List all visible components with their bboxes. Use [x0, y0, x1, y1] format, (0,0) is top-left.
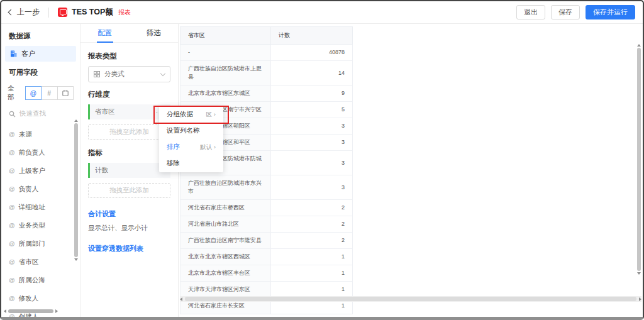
- drill-through-link[interactable]: 设置穿透数据列表: [88, 244, 170, 253]
- scroll-right-icon[interactable]: [55, 309, 58, 313]
- table-row[interactable]: 广西壮族自治区防城港市上思县 14: [180, 61, 353, 86]
- field-item[interactable]: @ 前负责人: [1, 143, 80, 162]
- report-type-badge: 报表: [118, 8, 131, 17]
- context-menu-item[interactable]: 移除: [159, 155, 223, 172]
- sidebar-vertical-scrollbar[interactable]: [74, 119, 79, 306]
- text-field-type-icon: @: [9, 149, 15, 156]
- scroll-right-icon[interactable]: [639, 297, 641, 301]
- table-row[interactable]: 河北省唐山市路北区 2: [180, 216, 353, 233]
- table-row[interactable]: 北京市北京市辖区丰台区 1: [180, 265, 353, 282]
- menu-item-label: 设置列名称: [167, 126, 200, 135]
- metric-value: 计数: [95, 166, 108, 175]
- field-item[interactable]: @ 所属公海: [1, 271, 80, 289]
- text-field-type-icon: @: [9, 222, 15, 229]
- text-field-type-icon: @: [9, 131, 15, 138]
- building-icon: [9, 50, 18, 58]
- scroll-down-icon[interactable]: [637, 272, 641, 275]
- field-label: 负责人: [19, 185, 39, 194]
- region-cell: 北京市北京市辖区丰台区: [180, 265, 271, 282]
- datasource-item-customer[interactable]: 客户: [5, 46, 76, 62]
- scroll-up-icon[interactable]: [637, 44, 641, 47]
- exit-button[interactable]: 退出: [516, 5, 545, 19]
- column-header-region[interactable]: 省市区: [180, 27, 271, 45]
- field-item[interactable]: @ 业务类型: [1, 216, 80, 234]
- tab-configure[interactable]: 配置: [80, 24, 130, 42]
- scrollbar-thumb[interactable]: [74, 123, 78, 257]
- field-item[interactable]: @ 来源: [1, 125, 80, 143]
- context-menu-item[interactable]: 排序 默认 ›: [159, 139, 223, 155]
- datasource-title: 数据源: [1, 28, 80, 45]
- field-label: 业务类型: [19, 221, 45, 230]
- field-search-input[interactable]: 快速查找: [9, 109, 74, 121]
- count-cell: 2: [271, 233, 353, 249]
- count-cell: 3: [271, 151, 353, 175]
- scrollbar-thumb[interactable]: [185, 297, 636, 301]
- field-item[interactable]: @ 省市区: [1, 253, 80, 271]
- field-item[interactable]: @ 修改人: [1, 289, 80, 307]
- text-field-type-icon: @: [9, 185, 15, 192]
- preview-panel: 省市区 计数 - 40878 广西壮族自治区防城港市上思县 14 北京市北京市辖…: [179, 24, 643, 317]
- scroll-up-icon[interactable]: [74, 119, 78, 122]
- metric-item[interactable]: 计数: [88, 163, 170, 178]
- table-row[interactable]: 北京市北京市辖区西城区 1: [180, 249, 353, 265]
- table-vertical-scrollbar[interactable]: [636, 44, 641, 292]
- filter-tab-text[interactable]: @: [25, 86, 42, 100]
- report-type-select[interactable]: 分类式: [88, 66, 170, 82]
- filter-tab-date[interactable]: [57, 86, 74, 100]
- menu-item-label: 排序: [167, 143, 180, 152]
- count-cell: 14: [271, 61, 353, 86]
- count-cell: 2: [271, 216, 353, 233]
- totals-settings-link[interactable]: 合计设置: [88, 209, 170, 219]
- context-menu-item[interactable]: 设置列名称: [159, 123, 223, 139]
- table-row[interactable]: 广西壮族自治区防城港市东兴市 3: [180, 175, 353, 200]
- count-cell: 3: [271, 118, 353, 135]
- field-list: @ 来源 @ 前负责人 @ 上级客户 @ 负责人 @ 详细地址 @ 业务类型 @…: [1, 123, 80, 320]
- menu-item-label: 移除: [167, 159, 180, 168]
- search-icon: [9, 111, 16, 118]
- scroll-left-icon[interactable]: [180, 297, 182, 301]
- table-row[interactable]: 北京市北京市辖区东城区 9: [180, 86, 353, 102]
- field-item[interactable]: @ 详细地址: [1, 198, 80, 216]
- metric-dropzone[interactable]: 拖拽至此添加: [88, 183, 170, 198]
- report-type-value: 分类式: [104, 70, 157, 79]
- count-cell: 40878: [271, 45, 353, 61]
- field-label: 前负责人: [19, 148, 45, 157]
- table-row[interactable]: 河北省石家庄市桥西区 2: [180, 200, 353, 216]
- scrollbar-thumb[interactable]: [8, 309, 53, 313]
- sidebar-horizontal-scrollbar[interactable]: [4, 309, 72, 314]
- count-cell: 5: [271, 102, 353, 118]
- filter-tab-all[interactable]: 全部: [8, 82, 24, 104]
- column-header-count[interactable]: 计数: [271, 27, 353, 45]
- field-item[interactable]: @ 所属部门: [1, 234, 80, 253]
- back-label: 上一步: [17, 7, 40, 18]
- field-item[interactable]: @ 负责人: [1, 180, 80, 198]
- save-and-run-button[interactable]: 保存并运行: [586, 5, 635, 19]
- save-button[interactable]: 保存: [551, 5, 580, 19]
- row-dimension-dropzone[interactable]: 拖拽至此添加: [88, 124, 170, 140]
- scroll-left-icon[interactable]: [4, 309, 6, 313]
- region-cell: 天津市天津市辖区河东区: [180, 282, 271, 298]
- back-button[interactable]: 上一步: [9, 7, 40, 18]
- text-field-type-icon: @: [9, 313, 15, 320]
- table-row[interactable]: 广西壮族自治区南宁市隆安县 2: [180, 233, 353, 249]
- report-builder-window: 上一步 TES TOP额 报表 退出 保存 保存并运行 数据源 客户 可用字段: [0, 0, 644, 320]
- field-item[interactable]: @ 上级客户: [1, 162, 80, 180]
- field-label: 详细地址: [19, 203, 45, 212]
- tab-filter[interactable]: 筛选: [130, 24, 179, 42]
- count-cell: 1: [271, 265, 353, 282]
- region-cell: 广西壮族自治区防城港市东兴市: [180, 175, 271, 200]
- scrollbar-thumb[interactable]: [637, 48, 641, 271]
- totals-description: 显示总计、显示小计: [88, 224, 170, 233]
- datasource-name: 客户: [21, 49, 35, 58]
- scroll-down-icon[interactable]: [74, 258, 78, 261]
- table-horizontal-scrollbar[interactable]: [180, 296, 641, 302]
- filter-tab-number[interactable]: #: [41, 86, 57, 100]
- context-menu-item[interactable]: 分组依据 区 ›: [159, 106, 223, 123]
- topbar: 上一步 TES TOP额 报表 退出 保存 保存并运行: [1, 1, 643, 24]
- row-dimension-item[interactable]: 省市区 ···: [88, 104, 170, 119]
- search-placeholder: 快速查找: [19, 109, 46, 118]
- field-label: 省市区: [19, 258, 39, 267]
- field-label: 修改人: [19, 294, 39, 303]
- table-row[interactable]: - 40878: [180, 45, 353, 61]
- table-row[interactable]: 天津市天津市辖区河东区 1: [180, 282, 353, 298]
